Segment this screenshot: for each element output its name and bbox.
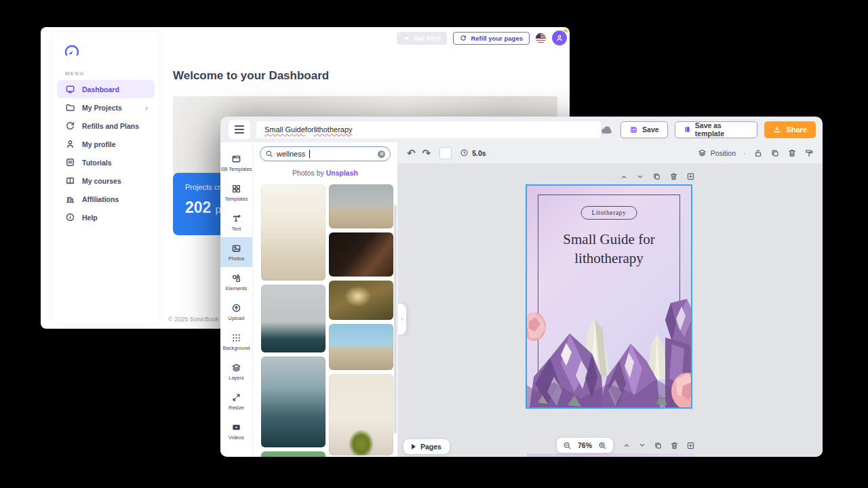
rail-item-resize[interactable]: Resize: [220, 386, 252, 416]
move-page-up-button[interactable]: [623, 441, 631, 449]
share-button[interactable]: Share: [764, 121, 816, 138]
rail-label: Elements: [226, 285, 247, 291]
duplicate-button[interactable]: [770, 148, 780, 158]
sidebar-item-my-profile[interactable]: My profile: [57, 135, 155, 153]
rail-item-templates[interactable]: Templates: [220, 178, 252, 207]
design-page[interactable]: Litotherapy Small Guide for lithotherapy: [526, 184, 692, 409]
photo-runner-forest-light[interactable]: [329, 281, 393, 320]
page-title-text[interactable]: Small Guide for lithotherapy: [527, 230, 691, 268]
rail-item-elements[interactable]: Elements: [220, 267, 252, 297]
project-title-input[interactable]: Small Guide for lithotherapy: [256, 121, 601, 138]
dashboard-nav: Dashboard My Projects › Refills and Plan…: [57, 80, 155, 226]
person-icon: [65, 139, 75, 149]
editor-canvas: ↶ ↷ 5.0s Position ·: [398, 142, 823, 457]
rail-item-videos[interactable]: Videos: [220, 416, 252, 446]
background-dots-icon: [231, 333, 241, 343]
save-as-template-button[interactable]: Save as template: [675, 121, 758, 138]
app-logo-icon: [64, 45, 80, 61]
move-page-up-button[interactable]: [620, 173, 628, 181]
sidebar-item-tutorials[interactable]: Tutorials: [57, 153, 155, 171]
undo-button[interactable]: ↶: [407, 147, 416, 159]
photo-person-green-juice[interactable]: [329, 374, 393, 455]
save-label: Save: [642, 125, 659, 134]
sb-templates-icon: [231, 154, 241, 164]
hamburger-menu-button[interactable]: [229, 120, 250, 139]
videos-play-icon: [231, 422, 241, 432]
move-page-down-button[interactable]: [638, 441, 646, 449]
panel-collapse-handle[interactable]: ‹: [398, 304, 406, 335]
text-caret: [309, 150, 310, 158]
page-duration-control[interactable]: 5.0s: [460, 148, 486, 157]
copyright-text: © 2025 SonicBook: [168, 316, 219, 323]
template-book-icon: [684, 125, 691, 134]
sidebar-item-label: My courses: [82, 177, 121, 185]
format-painter-roller-icon[interactable]: [804, 148, 814, 158]
pages-label: Pages: [420, 443, 441, 451]
duplicate-page-button[interactable]: [654, 441, 663, 450]
photo-search-input[interactable]: wellness: [260, 146, 391, 161]
photo-woman-stretching-beach[interactable]: [261, 184, 326, 281]
panel-scrollbar[interactable]: [394, 205, 397, 434]
language-flag-us-icon[interactable]: [536, 33, 546, 43]
sidebar-item-my-courses[interactable]: My courses: [57, 171, 155, 190]
sidebar-item-affiliations[interactable]: Affiliations: [57, 190, 155, 208]
sidebar-item-refills-and-plans[interactable]: Refills and Plans: [57, 117, 155, 135]
unsplash-link[interactable]: Unsplash: [326, 169, 358, 177]
elements-shapes-icon: [231, 273, 241, 283]
photo-woman-meditating[interactable]: [261, 285, 326, 352]
clear-search-icon[interactable]: [378, 150, 385, 158]
photo-stacked-stones-beach[interactable]: [329, 324, 393, 370]
title-text: for: [305, 125, 314, 134]
photo-group-yoga-beach[interactable]: [329, 184, 393, 228]
rail-label: Layers: [229, 375, 244, 381]
sidebar-item-label: My profile: [82, 140, 116, 148]
sidebar-item-dashboard[interactable]: Dashboard: [57, 80, 155, 98]
zoom-in-icon[interactable]: [598, 441, 607, 450]
dashboard-header-actions: Get PRO Refill your pages: [397, 30, 567, 45]
sidebar-item-help[interactable]: Help: [57, 208, 155, 226]
page-badge-text[interactable]: Litotherapy: [581, 206, 637, 220]
sidebar-item-label: Tutorials: [82, 159, 112, 167]
duplicate-page-button[interactable]: [652, 172, 661, 181]
delete-page-button[interactable]: [669, 172, 678, 181]
zoom-out-icon[interactable]: [563, 441, 572, 450]
photo-partial[interactable]: [261, 451, 326, 457]
search-value: wellness: [277, 150, 305, 158]
screen: MENU Dashboard My Projects › Refills and…: [0, 0, 868, 488]
delete-page-button[interactable]: [670, 441, 679, 450]
add-page-button[interactable]: [686, 172, 695, 181]
add-page-button[interactable]: [686, 441, 695, 450]
drag-handle-dot: ·: [743, 148, 746, 158]
text-icon: [231, 214, 241, 224]
photo-ocean-gradient[interactable]: [261, 357, 326, 447]
unlock-button[interactable]: [753, 148, 763, 158]
resize-arrows-icon: [231, 392, 241, 403]
rail-item-sb-templates[interactable]: SB Templates: [220, 148, 252, 178]
get-pro-button[interactable]: Get PRO: [397, 32, 447, 45]
page-color-swatch[interactable]: [439, 147, 452, 159]
rail-item-layers[interactable]: Layers: [220, 357, 252, 386]
folder-icon: [65, 102, 75, 113]
pages-button[interactable]: Pages: [403, 439, 450, 454]
sidebar-item-label: Dashboard: [82, 85, 119, 94]
rail-item-text[interactable]: Text: [220, 207, 252, 237]
position-label: Position: [711, 149, 736, 157]
move-page-down-button[interactable]: [636, 173, 644, 181]
dashboard-icon: [65, 84, 75, 94]
list-card-icon: [65, 157, 75, 167]
share-download-icon: [773, 125, 781, 134]
page-2-edge[interactable]: [527, 453, 694, 457]
save-button[interactable]: Save: [620, 121, 668, 138]
refresh-icon: [65, 121, 75, 131]
photo-hands-reaching-dark[interactable]: [329, 232, 393, 277]
user-avatar[interactable]: [552, 30, 567, 45]
rail-item-background[interactable]: Background: [220, 327, 252, 357]
refill-pages-button[interactable]: Refill your pages: [453, 32, 530, 45]
position-button[interactable]: Position: [698, 148, 736, 157]
rail-item-photos[interactable]: Photos: [220, 237, 252, 267]
rail-label: Videos: [229, 434, 244, 441]
redo-button[interactable]: ↷: [422, 147, 431, 159]
delete-button[interactable]: [787, 148, 797, 158]
rail-item-upload[interactable]: Upload: [220, 297, 252, 327]
sidebar-item-my-projects[interactable]: My Projects ›: [57, 98, 155, 117]
